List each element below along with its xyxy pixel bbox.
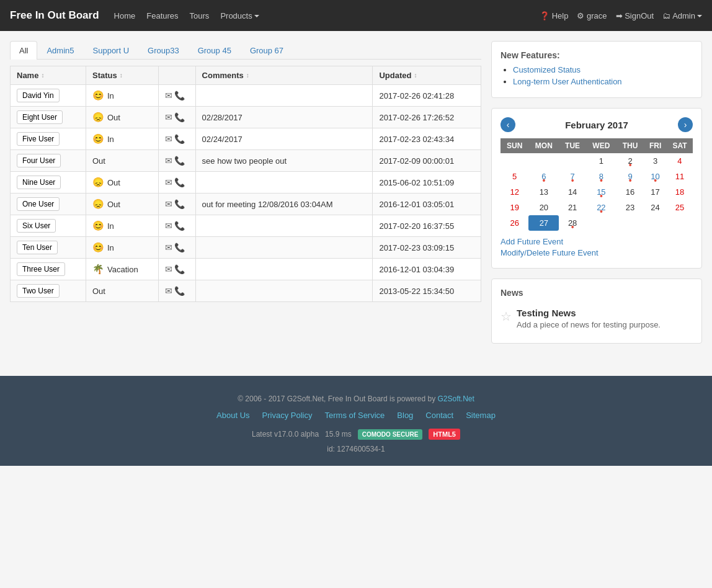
user-button[interactable]: Ten User — [17, 241, 58, 254]
email-icon[interactable]: ✉ — [165, 264, 172, 274]
user-button[interactable]: Five User — [17, 132, 60, 146]
user-button[interactable]: Eight User — [17, 110, 63, 124]
user-status-cell: 😞 Out — [86, 194, 158, 215]
user-comment-cell — [195, 215, 373, 237]
tab-support-u[interactable]: Support U — [84, 41, 139, 60]
th-status[interactable]: Status ↕ — [86, 66, 158, 85]
user-button[interactable]: Four User — [17, 154, 61, 167]
nav-tours[interactable]: Tours — [190, 11, 210, 20]
calendar-day[interactable]: 17 — [644, 184, 667, 200]
user-button[interactable]: One User — [17, 197, 60, 211]
email-icon[interactable]: ✉ — [165, 286, 172, 296]
user-button[interactable]: Three User — [17, 262, 65, 276]
phone-icon[interactable]: 📞 — [174, 177, 185, 187]
footer-link[interactable]: Contact — [425, 411, 453, 420]
user-button[interactable]: Six User — [17, 219, 56, 233]
calendar-day[interactable]: 18 — [667, 184, 693, 200]
brand-title[interactable]: Free In Out Board — [10, 9, 99, 22]
nav-products-dropdown[interactable]: Products — [220, 11, 259, 20]
calendar-day[interactable]: 15 — [586, 184, 616, 200]
phone-icon[interactable]: 📞 — [174, 221, 185, 231]
calendar-day[interactable]: 25 — [667, 200, 693, 215]
tab-admin5[interactable]: Admin5 — [37, 41, 83, 60]
calendar-day[interactable]: 1 — [586, 153, 616, 169]
footer-link[interactable]: About Us — [216, 411, 249, 420]
calendar-day[interactable]: 24 — [644, 200, 667, 215]
calendar-day[interactable]: 2 — [616, 153, 644, 169]
main-wrapper: All Admin5 Support U Group33 Group 45 Gr… — [0, 31, 712, 363]
user-button[interactable]: Two User — [17, 284, 60, 298]
feature-link[interactable]: Long-term User Authentication — [513, 77, 622, 86]
calendar-day — [616, 215, 644, 231]
calendar-day[interactable]: 12 — [501, 184, 528, 200]
phone-icon[interactable]: 📞 — [174, 243, 185, 252]
calendar-day[interactable]: 7 — [559, 169, 585, 184]
email-icon[interactable]: ✉ — [165, 243, 172, 252]
footer-link[interactable]: Sitemap — [466, 411, 496, 420]
user-name-cell: Four User — [11, 150, 86, 172]
calendar-day[interactable]: 5 — [501, 169, 528, 184]
modify-future-event-link[interactable]: Modify/Delete Future Event — [501, 248, 693, 257]
email-icon[interactable]: ✉ — [165, 134, 172, 144]
phone-icon[interactable]: 📞 — [174, 199, 185, 209]
email-icon[interactable]: ✉ — [165, 221, 172, 231]
tab-group45[interactable]: Group 45 — [189, 41, 241, 60]
footer-link[interactable]: Terms of Service — [325, 411, 385, 420]
status-text: Out — [92, 287, 105, 296]
calendar-day[interactable]: 9 — [616, 169, 644, 184]
th-name[interactable]: Name ↕ — [11, 66, 86, 85]
phone-icon[interactable]: 📞 — [174, 134, 185, 144]
footer-link[interactable]: Blog — [397, 411, 413, 420]
calendar-day[interactable]: 22 — [586, 200, 616, 215]
phone-icon[interactable]: 📞 — [174, 91, 185, 100]
user-button[interactable]: David Yin — [17, 89, 60, 102]
calendar-panel: ‹ February 2017 › SUNMONTUEWEDTHUFRISAT … — [491, 108, 702, 269]
calendar-day[interactable]: 20 — [528, 200, 559, 215]
calendar-day[interactable]: 19 — [501, 200, 528, 215]
calendar-day[interactable]: 16 — [616, 184, 644, 200]
feature-link[interactable]: Customized Status — [513, 65, 581, 74]
th-comments[interactable]: Comments ↕ — [195, 66, 373, 85]
user-button[interactable]: Nine User — [17, 176, 61, 189]
calendar-day[interactable]: 21 — [559, 200, 585, 215]
email-icon[interactable]: ✉ — [165, 112, 172, 122]
phone-icon[interactable]: 📞 — [174, 264, 185, 274]
add-future-event-link[interactable]: Add Future Event — [501, 237, 693, 246]
nav-features[interactable]: Features — [146, 11, 178, 20]
calendar-next-button[interactable]: › — [678, 117, 693, 132]
email-icon[interactable]: ✉ — [165, 156, 172, 166]
footer-g2soft-link[interactable]: G2Soft.Net — [437, 394, 474, 403]
calendar-day[interactable]: 23 — [616, 200, 644, 215]
user-comment-cell — [195, 85, 373, 107]
nav-signout[interactable]: ➡ SignOut — [616, 11, 654, 20]
phone-icon[interactable]: 📞 — [174, 156, 185, 166]
calendar-day[interactable]: 26 — [501, 215, 528, 231]
nav-admin-dropdown[interactable]: 🗂 Admin — [662, 11, 702, 20]
nav-user[interactable]: ⚙ grace — [577, 11, 607, 20]
tab-all[interactable]: All — [10, 41, 37, 60]
calendar-day[interactable]: 11 — [667, 169, 693, 184]
calendar-day[interactable]: 6 — [528, 169, 559, 184]
nav-help[interactable]: ❓ Help — [540, 11, 568, 20]
calendar-day[interactable]: 8 — [586, 169, 616, 184]
nav-home[interactable]: Home — [114, 11, 136, 20]
phone-icon[interactable]: 📞 — [174, 286, 185, 296]
calendar-day[interactable]: 28 — [559, 215, 585, 231]
calendar-day[interactable]: 14 — [559, 184, 585, 200]
email-icon[interactable]: ✉ — [165, 199, 172, 209]
calendar-day[interactable]: 10 — [644, 169, 667, 184]
calendar-day[interactable]: 3 — [644, 153, 667, 169]
calendar-day[interactable]: 27 — [528, 215, 559, 231]
tab-group67[interactable]: Group 67 — [241, 41, 293, 60]
footer-link[interactable]: Privacy Policy — [262, 411, 313, 420]
calendar-day — [559, 153, 585, 169]
phone-icon[interactable]: 📞 — [174, 112, 185, 122]
email-icon[interactable]: ✉ — [165, 177, 172, 187]
calendar-day[interactable]: 13 — [528, 184, 559, 200]
calendar-day-header: MON — [528, 138, 559, 153]
tab-group33[interactable]: Group33 — [138, 41, 189, 60]
calendar-prev-button[interactable]: ‹ — [501, 117, 515, 132]
calendar-day[interactable]: 4 — [667, 153, 693, 169]
th-updated[interactable]: Updated ↕ — [373, 66, 481, 85]
email-icon[interactable]: ✉ — [165, 91, 172, 100]
